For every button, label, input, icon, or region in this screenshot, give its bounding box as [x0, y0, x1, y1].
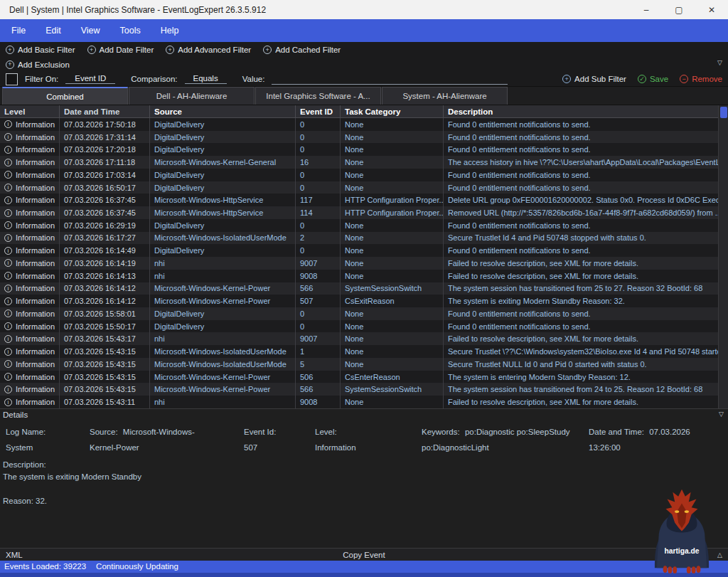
menu-edit[interactable]: Edit — [36, 19, 71, 42]
tab-dell-ah-alienware[interactable]: Dell - AH-Alienware — [129, 87, 255, 105]
description-cell: Found 0 entitlement notifications to sen… — [444, 143, 718, 156]
event-id-cell: 0 — [296, 131, 341, 144]
table-row[interactable]: iInformation07.03.2026 17:31:14DigitalDe… — [0, 131, 718, 144]
filter-on-select[interactable]: Event ID — [65, 74, 115, 84]
level-text: Information — [16, 221, 55, 230]
table-row[interactable]: iInformation07.03.2026 16:17:27Microsoft… — [0, 232, 718, 245]
table-row[interactable]: iInformation07.03.2026 16:29:19DigitalDe… — [0, 219, 718, 232]
minimize-icon[interactable]: – — [630, 0, 663, 19]
table-row[interactable]: iInformation07.03.2026 16:14:49DigitalDe… — [0, 244, 718, 257]
save-filter-button[interactable]: ✓Save — [638, 75, 668, 83]
event-id-cell: 9007 — [296, 257, 341, 270]
add-basic-filter-button[interactable]: +Add Basic Filter — [6, 46, 75, 54]
level-cell: iInformation — [0, 358, 60, 371]
value-input[interactable] — [272, 74, 508, 85]
source-cell: DigitalDelivery — [150, 244, 296, 257]
table-row[interactable]: iInformation07.03.2026 15:43:15Microsoft… — [0, 345, 718, 358]
source-cell: Microsoft-Windows-Kernel-Power — [150, 295, 296, 307]
event-id-cell: 0 — [296, 219, 341, 232]
event-id-cell: 9007 — [296, 332, 341, 345]
table-row[interactable]: iInformation07.03.2026 15:43:15Microsoft… — [0, 383, 718, 396]
vertical-scrollbar[interactable] — [718, 105, 728, 408]
table-row[interactable]: iInformation07.03.2026 16:50:17DigitalDe… — [0, 181, 718, 194]
maximize-icon[interactable]: ▢ — [663, 0, 695, 19]
menu-file[interactable]: File — [1, 19, 36, 42]
info-icon: i — [4, 297, 12, 305]
table-row[interactable]: iInformation07.03.2026 16:14:12Microsoft… — [0, 295, 718, 307]
event-id-cell: 0 — [296, 181, 341, 194]
copy-event-button[interactable]: Copy Event — [0, 551, 728, 559]
add-advanced-filter-button[interactable]: +Add Advanced Filter — [166, 46, 251, 54]
add-sub-filter-button[interactable]: +Add Sub Filter — [562, 75, 626, 83]
xml-bar: XML Copy Event △ — [0, 548, 728, 561]
source-cell: Microsoft-Windows-Kernel-Power — [150, 383, 296, 396]
description-cell: Found 0 entitlement notifications to sen… — [444, 219, 718, 232]
tab-combined[interactable]: Combined — [2, 87, 128, 105]
level-cell: iInformation — [0, 396, 60, 408]
menu-view[interactable]: View — [71, 19, 110, 42]
tab-intel-graphics-software[interactable]: Intel Graphics Software - A... — [255, 87, 381, 105]
table-row[interactable]: iInformation07.03.2026 17:11:18Microsoft… — [0, 156, 718, 169]
info-icon: i — [4, 221, 12, 229]
col-header-task-category[interactable]: Task Category — [341, 105, 444, 117]
filter-collapse-chevron-icon[interactable]: ▽ — [717, 59, 722, 66]
level-text: Information — [16, 385, 55, 393]
table-row[interactable]: iInformation07.03.2026 15:43:17nhi9007No… — [0, 332, 718, 345]
table-row[interactable]: iInformation07.03.2026 17:20:18DigitalDe… — [0, 143, 718, 156]
source-cell: Microsoft-Windows-IsolatedUserMode — [150, 358, 296, 371]
event-id-cell: 0 — [296, 320, 341, 333]
datetime-cell: 07.03.2026 17:20:18 — [60, 143, 150, 156]
scrollbar-thumb[interactable] — [720, 107, 727, 118]
source-cell: nhi — [150, 270, 296, 282]
remove-minus-icon: − — [680, 75, 688, 83]
description-cell: Found 0 entitlement notifications to sen… — [444, 131, 718, 144]
task-category-cell: None — [341, 396, 444, 408]
event-table-body: iInformation07.03.2026 17:50:18DigitalDe… — [0, 118, 728, 408]
events-loaded-status: Events Loaded: 39223 — [4, 562, 86, 571]
table-row[interactable]: iInformation07.03.2026 15:58:01DigitalDe… — [0, 307, 718, 320]
xml-expand-chevron-icon[interactable]: △ — [717, 551, 728, 559]
datetime-cell: 07.03.2026 15:43:15 — [60, 371, 150, 383]
details-title: Details — [0, 409, 728, 420]
table-row[interactable]: iInformation07.03.2026 16:37:45Microsoft… — [0, 194, 718, 206]
col-header-date-and-time[interactable]: Date and Time — [60, 105, 150, 117]
menu-help[interactable]: Help — [151, 19, 189, 42]
comparison-select[interactable]: Equals — [185, 74, 227, 84]
info-icon: i — [4, 398, 12, 406]
description-cell: Found 0 entitlement notifications to sen… — [444, 169, 718, 181]
datetime-cell: 07.03.2026 16:14:12 — [60, 295, 150, 307]
table-row[interactable]: iInformation07.03.2026 15:43:15Microsoft… — [0, 371, 718, 383]
table-row[interactable]: iInformation07.03.2026 17:50:18DigitalDe… — [0, 118, 718, 131]
table-row[interactable]: iInformation07.03.2026 15:43:11nhi9008No… — [0, 396, 718, 408]
table-row[interactable]: iInformation07.03.2026 16:14:12Microsoft… — [0, 282, 718, 295]
menu-tools[interactable]: Tools — [110, 19, 151, 42]
filter-enabled-checkbox[interactable] — [6, 73, 18, 85]
add-cached-filter-button[interactable]: +Add Cached Filter — [263, 46, 341, 54]
table-row[interactable]: iInformation07.03.2026 16:14:13nhi9008No… — [0, 270, 718, 282]
level-cell: iInformation — [0, 219, 60, 232]
info-icon: i — [4, 247, 12, 255]
details-collapse-chevron-icon[interactable]: ▽ — [719, 411, 724, 418]
table-row[interactable]: iInformation07.03.2026 15:50:17DigitalDe… — [0, 320, 718, 333]
table-row[interactable]: iInformation07.03.2026 16:37:45Microsoft… — [0, 206, 718, 219]
level-cell: iInformation — [0, 143, 60, 156]
source-cell: DigitalDelivery — [150, 131, 296, 144]
event-id-cell: 117 — [296, 194, 341, 206]
col-header-description[interactable]: Description — [444, 105, 718, 117]
col-header-level[interactable]: Level — [0, 105, 60, 117]
task-category-cell: None — [341, 345, 444, 358]
col-header-event-id[interactable]: Event ID — [296, 105, 341, 117]
table-row[interactable]: iInformation07.03.2026 17:03:14DigitalDe… — [0, 169, 718, 181]
add-exclusion-button[interactable]: +Add Exclusion — [6, 60, 70, 69]
datetime-cell: 07.03.2026 16:37:45 — [60, 194, 150, 206]
table-row[interactable]: iInformation07.03.2026 15:43:15Microsoft… — [0, 358, 718, 371]
col-header-source[interactable]: Source — [150, 105, 296, 117]
save-check-icon: ✓ — [638, 75, 646, 83]
datetime-cell: 07.03.2026 17:11:18 — [60, 156, 150, 169]
table-row[interactable]: iInformation07.03.2026 16:14:19nhi9007No… — [0, 257, 718, 270]
datetime-cell: 07.03.2026 16:14:49 — [60, 244, 150, 257]
add-date-filter-button[interactable]: +Add Date Filter — [87, 46, 154, 54]
remove-filter-button[interactable]: −Remove — [680, 75, 722, 83]
close-icon[interactable]: ✕ — [695, 0, 728, 19]
tab-system-ah-alienware[interactable]: System - AH-Alienware — [382, 87, 508, 105]
